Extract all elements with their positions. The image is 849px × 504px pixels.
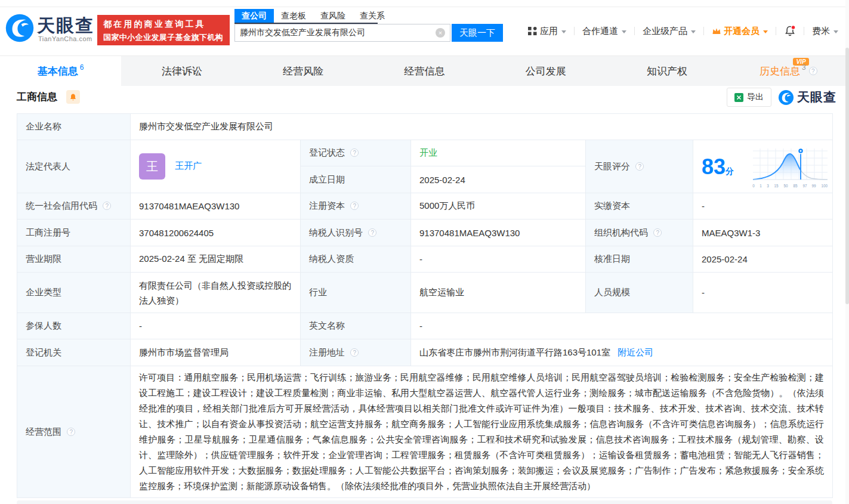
tab-history-info[interactable]: VIP 历史信息 3 ?: [728, 56, 849, 86]
score-value-cell: 83分: [693, 140, 833, 193]
tab-legal-label: 法律诉讼: [162, 64, 202, 78]
score-label: 天眼评分: [594, 161, 630, 171]
help-icon[interactable]: ?: [350, 348, 359, 357]
header-nav: 应用 合作通道 企业级产品 开通会员: [528, 25, 838, 37]
score-axis-label: 99: [812, 184, 816, 187]
legal-rep-label: 法定代表人: [17, 140, 131, 193]
chevron-down-icon: [622, 30, 626, 33]
tab-operating-risk[interactable]: 经营风险: [243, 56, 364, 86]
slogan-line1: 都在用的商业查询工具: [103, 19, 224, 30]
search-tab-relation[interactable]: 查关系: [353, 9, 392, 23]
company-type-label: 企业类型: [17, 273, 131, 313]
approve-date-value: 2025-02-24: [693, 246, 833, 273]
company-section-tabs: 基本信息 6 法律诉讼 经营风险 经营信息 公司发展 知识产权 VIP 历史信息…: [0, 55, 849, 86]
bell-icon: [784, 25, 796, 37]
tab-intellectual-property-label: 知识产权: [647, 64, 687, 78]
score-axis-label: 100: [822, 184, 828, 187]
vip-badge: VIP: [793, 58, 808, 66]
reg-capital-label-cell: 注册资本 ?: [301, 193, 411, 219]
business-term-label: 营业期限: [17, 246, 131, 273]
address-label: 注册地址: [309, 347, 345, 357]
reg-status-value: 开业: [419, 147, 437, 157]
business-info-table: 企业名称 滕州市交发低空产业发展有限公司 法定代表人 王 王开广 登记状态 ? …: [17, 113, 833, 498]
reg-capital-value: 5000万人民币: [411, 193, 586, 219]
taxpayer-id-label: 纳税人识别号: [309, 227, 363, 237]
search-tab-boss[interactable]: 查老板: [274, 9, 313, 23]
nearby-companies-link[interactable]: 附近公司: [618, 347, 653, 357]
tab-company-development-label: 公司发展: [526, 64, 566, 78]
help-icon[interactable]: ?: [809, 67, 817, 75]
paid-capital-label: 实缴资本: [586, 193, 693, 219]
chevron-down-icon: [763, 30, 768, 33]
taxpayer-id-value: 91370481MAEAQ3W130: [411, 219, 586, 246]
nav-apps[interactable]: 应用: [528, 26, 566, 37]
search-category-tabs: 查公司 查老板 查风险 查关系: [234, 9, 392, 23]
help-icon[interactable]: ?: [67, 428, 75, 436]
nav-cooperation-label: 合作通道: [582, 26, 618, 37]
next-section-edge: [17, 500, 832, 504]
help-icon[interactable]: ?: [103, 202, 111, 210]
notifications-bell[interactable]: [784, 25, 796, 37]
section-title: 工商信息: [17, 90, 57, 104]
help-icon[interactable]: ?: [350, 149, 359, 157]
industry-label: 行业: [301, 273, 411, 313]
scrollbar-thumb[interactable]: [845, 48, 849, 304]
address-value-cell: 山东省枣庄市滕州市荆河街道平行路163号101室 附近公司: [411, 339, 833, 366]
chevron-down-icon: [691, 30, 696, 33]
nav-enterprise-products[interactable]: 企业级产品: [643, 26, 696, 37]
legal-rep-link[interactable]: 王开广: [175, 160, 202, 171]
nav-apps-label: 应用: [540, 26, 558, 37]
staff-size-label: 人员规模: [586, 273, 693, 313]
tianyancha-logo-icon[interactable]: [5, 13, 35, 45]
clear-search-icon[interactable]: ×: [436, 28, 445, 38]
paid-capital-value: -: [693, 193, 833, 219]
tianyancha-icon: [778, 89, 794, 106]
help-icon[interactable]: ?: [653, 228, 662, 237]
reg-status-label: 登记状态: [309, 147, 345, 157]
score-number: 83分: [702, 156, 734, 178]
page: 天眼查 TianYanCha.com 都在用的商业查询工具 国家中小企业发展子基…: [0, 0, 849, 504]
insured-label: 参保人数: [17, 313, 131, 339]
score-axis-label: 1: [760, 184, 762, 187]
score-axis-label: 97: [802, 184, 807, 187]
search-tab-company[interactable]: 查公司: [234, 9, 274, 23]
help-icon[interactable]: ?: [350, 202, 359, 210]
nav-divider: [574, 27, 575, 35]
tab-operating-info-label: 经营信息: [404, 64, 444, 78]
search-button[interactable]: 天眼一下: [452, 24, 503, 42]
chevron-down-icon: [833, 30, 838, 33]
score-axis-label: 50: [783, 184, 788, 187]
help-icon[interactable]: ?: [368, 228, 376, 237]
search-input[interactable]: [235, 28, 436, 38]
export-button[interactable]: 导出: [727, 88, 771, 107]
watermark-brand: 天眼查: [797, 89, 836, 106]
tab-operating-info[interactable]: 经营信息: [364, 56, 485, 86]
tab-company-development[interactable]: 公司发展: [485, 56, 606, 86]
reg-authority-label: 登记机关: [17, 339, 131, 366]
tab-intellectual-property[interactable]: 知识产权: [606, 56, 727, 86]
org-code-value: MAEAQ3W1-3: [693, 219, 833, 246]
brand-name[interactable]: 天眼查: [37, 14, 94, 38]
table-row: 登记机关 滕州市市场监督管理局 注册地址 ? 山东省枣庄市滕州市荆河街道平行路1…: [17, 339, 833, 366]
table-row: 经营范围 ? 许可项目：通用航空服务；民用机场运营；飞行训练；旅游业务；民用航空…: [17, 366, 833, 498]
address-label-cell: 注册地址 ?: [301, 339, 411, 366]
search-tab-risk[interactable]: 查风险: [313, 9, 353, 23]
nav-user-menu[interactable]: 费米: [812, 26, 838, 37]
help-icon[interactable]: ?: [635, 162, 644, 171]
page-scrollbar[interactable]: [845, 0, 849, 504]
taxpayer-id-label-cell: 纳税人识别号 ?: [301, 219, 411, 246]
address-value: 山东省枣庄市滕州市荆河街道平行路163号101室: [419, 347, 610, 357]
tab-basic-info[interactable]: 基本信息 6: [0, 56, 121, 86]
legal-rep-avatar[interactable]: 王: [139, 153, 165, 180]
insured-value: -: [131, 313, 301, 339]
monitor-bell-button[interactable]: [66, 90, 80, 104]
nav-divider: [634, 27, 635, 35]
establish-date-value: 2025-02-24: [411, 166, 586, 193]
nav-cooperation[interactable]: 合作通道: [582, 26, 626, 37]
tab-legal[interactable]: 法律诉讼: [121, 56, 242, 86]
nav-open-vip[interactable]: 开通会员: [712, 26, 768, 37]
reg-status-value-cell: 开业: [411, 140, 586, 166]
reg-status-label-cell: 登记状态 ?: [301, 140, 411, 166]
business-scope-label-cell: 经营范围 ?: [17, 366, 131, 498]
table-row: 法定代表人 王 王开广 登记状态 ? 开业 天眼评分 ?: [17, 140, 833, 166]
